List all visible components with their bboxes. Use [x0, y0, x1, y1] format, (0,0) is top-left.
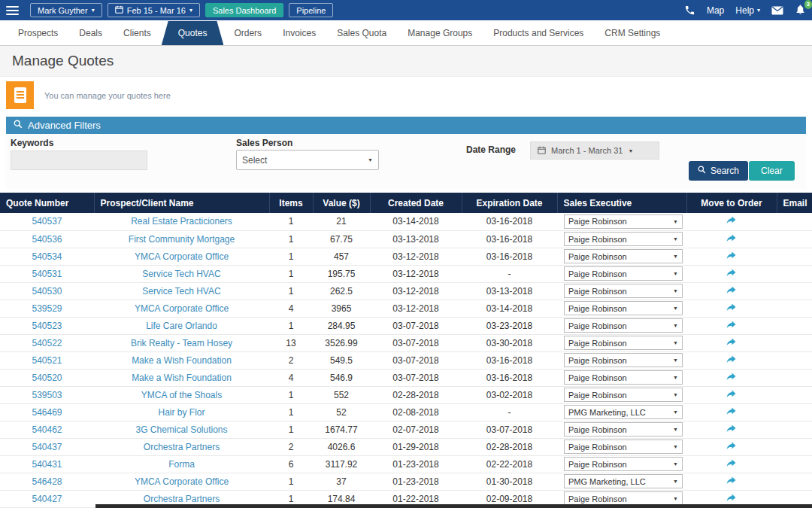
help-menu[interactable]: Help ▾ [735, 5, 760, 16]
client-name-link[interactable]: Make a Wish Foundation [132, 373, 232, 383]
client-name-link[interactable]: First Community Mortgage [129, 234, 235, 245]
user-menu-button[interactable]: Mark Guyther ▾ [30, 3, 102, 17]
client-name-link[interactable]: Service Tech HVAC [142, 269, 220, 279]
tab-prospects[interactable]: Prospects [8, 21, 68, 45]
tab-clients[interactable]: Clients [113, 21, 162, 45]
quote-number-link[interactable]: 539529 [32, 303, 62, 314]
quote-number-link[interactable]: 540531 [32, 269, 62, 279]
quote-number-link[interactable]: 540431 [32, 459, 62, 470]
map-link[interactable]: Map [707, 5, 724, 16]
client-name-link[interactable]: Make a Wish Foundation [132, 355, 232, 366]
tab-products-and-services[interactable]: Products and Services [483, 21, 594, 45]
move-to-order-icon[interactable] [726, 302, 738, 313]
quotes-table-container: Quote NumberProspect/Client NameItemsVal… [0, 193, 812, 508]
move-to-order-icon[interactable] [726, 284, 738, 296]
notifications-bell-icon[interactable]: 3 [795, 4, 806, 17]
quote-table-row: 540520 Make a Wish Foundation 4 546.9 03… [0, 369, 812, 386]
move-to-order-icon[interactable] [726, 475, 738, 486]
move-to-order-icon[interactable] [726, 458, 738, 469]
tab-quotes[interactable]: Quotes [162, 21, 224, 45]
sales-executive-select[interactable]: Paige Robinson ▼ [564, 370, 683, 385]
move-to-order-icon[interactable] [726, 388, 738, 400]
email-cell [777, 248, 812, 265]
sales-executive-select[interactable]: Paige Robinson ▼ [564, 284, 683, 298]
move-to-order-icon[interactable] [726, 406, 738, 417]
keywords-input[interactable] [11, 151, 147, 170]
sales-executive-select[interactable]: Paige Robinson ▼ [564, 440, 683, 454]
quote-number-link[interactable]: 539503 [32, 390, 62, 400]
move-to-order-icon[interactable] [726, 319, 738, 330]
sales-executive-select[interactable]: Paige Robinson ▼ [564, 422, 683, 437]
client-name-link[interactable]: Orchestra Partners [144, 442, 220, 452]
hamburger-menu-icon[interactable] [6, 6, 19, 15]
move-to-order-icon[interactable] [726, 214, 738, 226]
move-to-order-icon[interactable] [726, 492, 738, 503]
tab-sales-quota[interactable]: Sales Quota [326, 21, 397, 45]
quote-number-link[interactable]: 546428 [32, 476, 62, 487]
sales-executive-select[interactable]: Paige Robinson ▼ [564, 301, 683, 315]
tab-invoices[interactable]: Invoices [272, 21, 326, 45]
client-name-link[interactable]: YMCA Corporate Office [135, 303, 229, 314]
quote-number-link[interactable]: 540427 [32, 494, 62, 504]
move-to-order-icon[interactable] [726, 336, 738, 348]
quote-number-link[interactable]: 540522 [32, 338, 62, 348]
quote-number-link[interactable]: 540523 [32, 321, 62, 331]
items-cell: 4 [269, 369, 313, 386]
sales-executive-select[interactable]: Paige Robinson ▼ [564, 457, 683, 471]
client-name-link[interactable]: YMCA Corporate Office [135, 476, 229, 487]
quote-number-link[interactable]: 540437 [32, 442, 62, 452]
quote-number-link[interactable]: 540534 [32, 251, 62, 262]
sales-executive-select[interactable]: PMG Marketing, LLC ▼ [564, 405, 683, 419]
sales-executive-select[interactable]: Paige Robinson ▼ [564, 353, 683, 367]
sales-executive-select[interactable]: Paige Robinson ▼ [564, 232, 683, 246]
client-name-link[interactable]: Brik Realty - Team Hosey [131, 338, 232, 348]
client-name-link[interactable]: Orchestra Partners [144, 494, 220, 504]
move-to-order-icon[interactable] [726, 267, 738, 278]
move-to-order-icon[interactable] [726, 440, 738, 452]
client-name-link[interactable]: YMCA Corporate Office [135, 251, 229, 262]
quote-number-link[interactable]: 540521 [32, 355, 62, 366]
sales-executive-select[interactable]: Paige Robinson ▼ [564, 388, 683, 402]
mail-icon[interactable] [771, 6, 783, 15]
phone-icon[interactable] [684, 5, 695, 16]
quote-number-link[interactable]: 540520 [32, 373, 62, 383]
tab-manage-groups[interactable]: Manage Groups [397, 21, 483, 45]
client-name-link[interactable]: Life Care Orlando [146, 321, 217, 331]
quote-number-link[interactable]: 540537 [32, 216, 62, 227]
sales-executive-select[interactable]: Paige Robinson ▼ [564, 249, 683, 263]
sales-executive-select[interactable]: Paige Robinson ▼ [564, 318, 683, 333]
advanced-filters-header[interactable]: Advanced Filters [6, 117, 806, 134]
client-name-link[interactable]: 3G Chemical Solutions [135, 424, 227, 435]
quote-number-link[interactable]: 540536 [32, 234, 62, 245]
client-name-link[interactable]: Hair by Flor [158, 407, 205, 418]
sales-dashboard-button[interactable]: Sales Dashboard [205, 3, 283, 17]
filter-date-range-picker[interactable]: March 1 - March 31 ▼ [530, 141, 659, 160]
search-button[interactable]: Search [689, 161, 748, 181]
clear-button[interactable]: Clear [749, 161, 795, 181]
tab-crm-settings[interactable]: CRM Settings [594, 21, 671, 45]
client-name-link[interactable]: Real Estate Practicioners [131, 216, 232, 227]
client-name-link[interactable]: YMCA of the Shoals [141, 390, 222, 400]
move-to-order-icon[interactable] [726, 371, 738, 382]
client-name-link[interactable]: Service Tech HVAC [142, 286, 220, 297]
sales-executive-select[interactable]: Paige Robinson ▼ [564, 336, 683, 350]
tab-orders[interactable]: Orders [223, 21, 272, 45]
horizontal-scrollbar[interactable] [95, 504, 812, 508]
quote-number-link[interactable]: 546469 [32, 407, 62, 418]
move-to-order-icon[interactable] [726, 354, 738, 365]
client-name-link[interactable]: Forma [168, 459, 195, 470]
quote-number-link[interactable]: 540530 [32, 286, 62, 297]
pipeline-button[interactable]: Pipeline [289, 3, 333, 17]
sales-executive-select[interactable]: Paige Robinson ▼ [564, 266, 683, 281]
sales-executive-select[interactable]: PMG Marketing, LLC ▼ [564, 474, 683, 488]
move-to-order-icon[interactable] [726, 233, 738, 244]
move-to-order-icon[interactable] [726, 423, 738, 434]
sales-person-select[interactable]: Select ▼ [236, 150, 379, 170]
items-cell: 1 [269, 282, 313, 300]
quote-number-link[interactable]: 540462 [32, 424, 62, 435]
quote-table-row: 540431 Forma 6 3117.92 01-23-2018 02-22-… [0, 455, 812, 473]
sales-executive-select[interactable]: Paige Robinson ▼ [564, 214, 683, 229]
move-to-order-icon[interactable] [726, 250, 738, 261]
tab-deals[interactable]: Deals [68, 21, 113, 45]
date-range-button[interactable]: Feb 15 - Mar 16 ▾ [108, 3, 200, 17]
